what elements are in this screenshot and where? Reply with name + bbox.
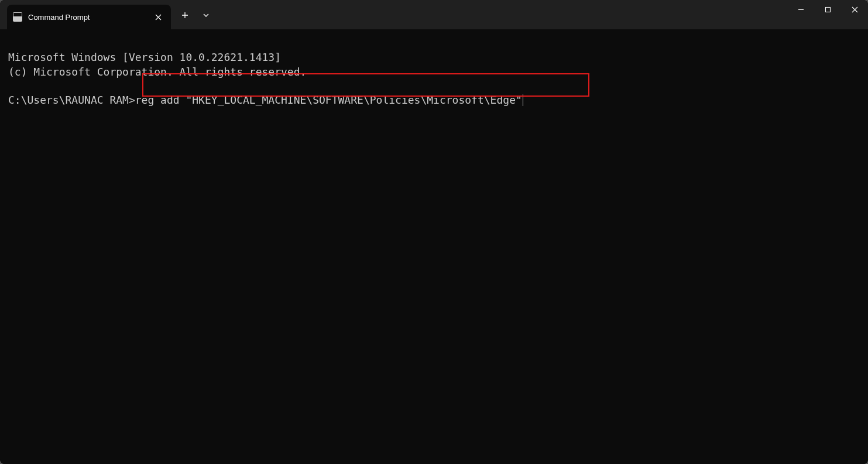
- text-cursor: [523, 94, 524, 106]
- tab-title: Command Prompt: [28, 13, 90, 22]
- minimize-button[interactable]: [787, 0, 814, 19]
- tab-command-prompt[interactable]: Command Prompt: [7, 5, 171, 29]
- tab-dropdown-button[interactable]: [195, 6, 217, 25]
- maximize-icon: [825, 6, 831, 13]
- cmd-icon: [13, 12, 22, 22]
- window-close-button[interactable]: [841, 0, 868, 19]
- svg-rect-0: [825, 7, 830, 12]
- new-tab-button[interactable]: [174, 6, 195, 25]
- terminal-body[interactable]: Microsoft Windows [Version 10.0.22621.14…: [0, 29, 868, 464]
- titlebar-actions: [174, 6, 217, 25]
- plus-icon: [181, 12, 188, 19]
- close-icon: [155, 14, 162, 21]
- terminal-command: reg add "HKEY_LOCAL_MACHINE\SOFTWARE\Pol…: [135, 94, 522, 106]
- window-controls: [787, 0, 868, 23]
- titlebar[interactable]: Command Prompt: [0, 0, 868, 29]
- maximize-button[interactable]: [814, 0, 841, 19]
- chevron-down-icon: [203, 12, 210, 19]
- terminal-line: Microsoft Windows [Version 10.0.22621.14…: [8, 51, 281, 63]
- close-icon: [852, 6, 858, 13]
- minimize-icon: [798, 6, 804, 13]
- terminal-prompt: C:\Users\RAUNAC RAM>: [8, 94, 135, 106]
- terminal-line: (c) Microsoft Corporation. All rights re…: [8, 66, 306, 78]
- tab-close-button[interactable]: [152, 11, 164, 23]
- terminal-window: Command Prompt Microsoft Win: [0, 0, 868, 464]
